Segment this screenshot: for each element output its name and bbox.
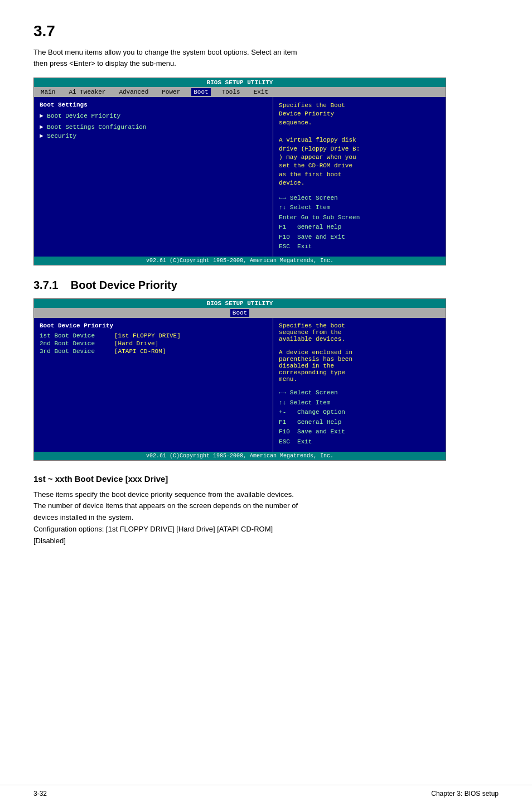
boot-device-priority-label: Boot Device Priority: [40, 322, 267, 329]
nav-aitweaker[interactable]: Ai Tweaker: [66, 88, 108, 96]
footer-chapter: Chapter 3: BIOS setup: [431, 790, 499, 798]
bios-main-box: BIOS SETUP UTILITY Main Ai Tweaker Advan…: [33, 78, 446, 265]
bios-boot-content: Boot Device Priority 1st Boot Device [1s…: [34, 318, 446, 452]
menu-security[interactable]: ► Security: [40, 132, 267, 141]
bios-title: BIOS SETUP UTILITY: [34, 78, 446, 87]
bios-boot-right-panel: Specifies the bootsequence from theavail…: [273, 318, 446, 452]
bios-left-panel: Boot Settings ► Boot Device Priority ► B…: [34, 97, 273, 257]
boot-help-keys: ←→ Select Screen ↑↓ Select Item +- Chang…: [279, 388, 440, 447]
bios-boot-title: BIOS SETUP UTILITY: [34, 299, 446, 308]
nav-advanced[interactable]: Advanced: [117, 88, 151, 96]
boot-device-3rd-label: 3rd Boot Device: [40, 348, 112, 355]
bios-boot-left-panel: Boot Device Priority 1st Boot Device [1s…: [34, 318, 273, 452]
bios-content: Boot Settings ► Boot Device Priority ► B…: [34, 97, 446, 257]
bios-boot-box: BIOS SETUP UTILITY Boot Boot Device Prio…: [33, 298, 446, 461]
section-description: The Boot menu items allow you to change …: [33, 47, 499, 69]
nav-main[interactable]: Main: [38, 88, 57, 96]
boot-device-2nd-row[interactable]: 2nd Boot Device [Hard Drive]: [40, 340, 267, 347]
boot-device-2nd-value: [Hard Drive]: [114, 340, 158, 347]
page-footer: 3-32 Chapter 3: BIOS setup: [0, 785, 532, 802]
subsubsection-title: 1st ~ xxth Boot Device [xxx Drive]: [33, 474, 499, 484]
subsection-title: 3.7.1 Boot Device Priority: [33, 279, 499, 292]
bios-right-panel: Specifies the BootDevice Prioritysequenc…: [273, 97, 446, 257]
bios-footer: v02.61 (C)Copyright 1985-2008, American …: [34, 257, 446, 265]
boot-device-3rd-value: [ATAPI CD-ROM]: [114, 348, 166, 355]
arrow-icon-2: ►: [40, 124, 47, 131]
menu-boot-settings-config[interactable]: ► Boot Settings Configuration: [40, 123, 267, 132]
nav-tools[interactable]: Tools: [220, 88, 243, 96]
arrow-icon-3: ►: [40, 133, 47, 139]
bios-nav: Main Ai Tweaker Advanced Power Boot Tool…: [34, 87, 446, 97]
boot-device-1st-row[interactable]: 1st Boot Device [1st FLOPPY DRIVE]: [40, 332, 267, 339]
help-keys: ←→ Select Screen ↑↓ Select Item Enter Go…: [279, 194, 440, 253]
bios-boot-footer: v02.61 (C)Copyright 1985-2008, American …: [34, 452, 446, 460]
boot-settings-label: Boot Settings: [40, 102, 267, 108]
boot-device-3rd-row[interactable]: 3rd Boot Device [ATAPI CD-ROM]: [40, 348, 267, 355]
body-text-1: These items specify the boot device prio…: [33, 489, 499, 547]
boot-device-2nd-label: 2nd Boot Device: [40, 340, 112, 347]
boot-device-1st-label: 1st Boot Device: [40, 332, 112, 339]
bios-boot-nav: Boot: [34, 308, 446, 318]
nav-power[interactable]: Power: [159, 88, 182, 96]
nav-boot[interactable]: Boot: [191, 88, 210, 96]
section-title: 3.7: [33, 22, 499, 40]
footer-page-number: 3-32: [33, 790, 47, 798]
nav-exit[interactable]: Exit: [252, 88, 270, 96]
boot-device-1st-value: [1st FLOPPY DRIVE]: [114, 332, 181, 339]
menu-boot-device-priority[interactable]: ► Boot Device Priority: [40, 112, 267, 120]
nav-boot-active[interactable]: Boot: [230, 309, 249, 317]
arrow-icon: ►: [40, 113, 47, 119]
